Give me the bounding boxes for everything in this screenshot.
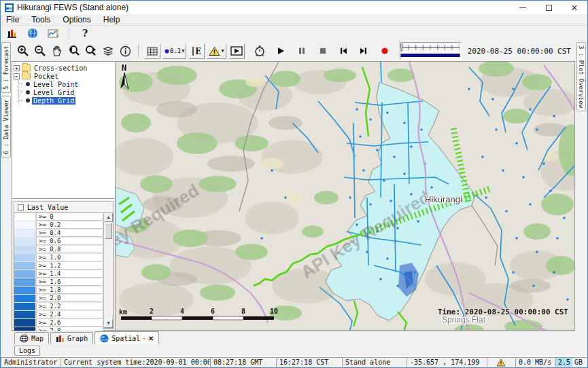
interval-dot-icon: [165, 49, 169, 54]
tab-restore-icon[interactable]: ▫: [143, 335, 145, 342]
wireframe-globe-icon: [20, 334, 29, 343]
tree-item-pocket[interactable]: − Pocket: [14, 72, 115, 80]
maximize-button[interactable]: [536, 1, 561, 14]
legend-swatch: [14, 295, 36, 302]
zoom-in-icon[interactable]: [16, 43, 31, 58]
pan-hand-icon[interactable]: [50, 43, 65, 58]
legend-swatch: [14, 238, 36, 245]
legend-row: >= 1.6: [14, 278, 103, 287]
scroll-down-icon[interactable]: ▼: [104, 319, 113, 328]
tab-spatial[interactable]: Spatial ▫ ✕: [94, 331, 159, 344]
stop-button[interactable]: [315, 43, 330, 58]
status-transfer-rate: 0.0 MB/s: [515, 357, 555, 367]
legend-row: >= 1.8: [14, 287, 103, 295]
legend-swatch: [14, 270, 36, 278]
explorer-bars-icon[interactable]: [5, 26, 20, 41]
tree-item-label: Pocket: [33, 73, 60, 80]
tab-graph[interactable]: Graph: [50, 332, 93, 344]
status-memory[interactable]: 2.5 GB: [555, 357, 587, 367]
legend-row: >= 1.4: [14, 270, 103, 278]
last-value-label: Last Value: [27, 204, 68, 211]
tab-plot-overview[interactable]: 3 : Plot Overview: [576, 42, 586, 111]
menu-options[interactable]: Options: [63, 15, 90, 24]
minimize-button[interactable]: [510, 1, 536, 14]
toolbar-separator: [69, 28, 69, 39]
tree-item-label-selected: Depth Grid: [32, 97, 75, 105]
legend-row: >= 0.8: [14, 246, 103, 254]
help-button[interactable]: ?: [77, 26, 92, 41]
node-bullet-icon: [26, 90, 30, 94]
map-toolbar: 0.1 ▼ E ▼: [12, 41, 575, 61]
timeseries-chart-icon[interactable]: [46, 26, 60, 41]
scroll-up-icon[interactable]: ▲: [104, 213, 113, 222]
last-value-checkbox[interactable]: [18, 204, 24, 210]
label-hikurangi: Hikurangi: [425, 194, 462, 204]
last-value-row[interactable]: Last Value: [14, 201, 114, 213]
layers-icon[interactable]: [101, 43, 116, 58]
legend-label: >= 1.8: [36, 287, 103, 294]
globe-map-icon[interactable]: [25, 26, 40, 41]
menu-file[interactable]: File: [6, 15, 19, 24]
map-canvas[interactable]: API Key Required API Key Required N Hiku…: [116, 61, 575, 331]
legend-swatch: [14, 262, 36, 270]
tree-item-level-grid[interactable]: Level Grid: [19, 88, 115, 96]
svg-text:6: 6: [211, 308, 215, 315]
legend-row: >= 0.6: [14, 238, 103, 246]
logs-button[interactable]: Logs: [14, 346, 40, 356]
stopwatch-icon[interactable]: [252, 43, 267, 58]
tree-item-label: Level Grid: [32, 89, 75, 96]
close-button[interactable]: ✕: [561, 1, 587, 14]
legend-scrollbar[interactable]: ▲ ▼: [103, 213, 113, 328]
title-bar: Hikurangi FEWS (Stand alone) ✕: [1, 1, 587, 14]
step-back-button[interactable]: [336, 43, 351, 58]
classification-button[interactable]: E: [188, 43, 205, 59]
filters-tree[interactable]: + Cross-section − Pocket Level Point: [12, 62, 115, 199]
animation-panel-button[interactable]: [228, 43, 245, 59]
warning-dropdown[interactable]: ▼: [207, 43, 226, 59]
time-slider-handle[interactable]: [400, 44, 402, 51]
zoom-previous-icon[interactable]: [67, 43, 82, 58]
collapse-icon[interactable]: −: [14, 73, 20, 79]
main-toolbar: ?: [1, 26, 587, 41]
scroll-thumb[interactable]: [105, 223, 112, 239]
menu-tools[interactable]: Tools: [31, 15, 50, 24]
bottom-tab-bar: Map Graph Spatial ▫ ✕: [12, 331, 575, 344]
status-gmt-time: 08:27:18 GMT: [210, 357, 276, 367]
step-forward-button[interactable]: [356, 43, 371, 58]
tab-data-viewer[interactable]: 6 : Data Viewer: [1, 96, 11, 158]
tree-item-cross-section[interactable]: + Cross-section: [14, 64, 115, 72]
legend-label: >= 1.0: [36, 254, 103, 261]
grid-display-button[interactable]: [144, 43, 160, 59]
minimize-icon: [519, 7, 526, 8]
legend-row: >= 2.2: [14, 303, 103, 311]
info-icon[interactable]: [118, 43, 133, 58]
tab-spatial-label: Spatial: [111, 335, 140, 342]
status-user: Administrator: [1, 357, 60, 367]
legend-label: >= 2.4: [36, 311, 103, 318]
status-coordinates: -35.657 , 174.199: [407, 357, 487, 367]
legend-swatch: [14, 287, 36, 294]
legend-label: >= 0.8: [36, 246, 103, 253]
window-title: Hikurangi FEWS (Stand alone): [17, 3, 128, 12]
time-slider[interactable]: [400, 42, 462, 60]
interval-dropdown[interactable]: 0.1 ▼: [162, 43, 186, 59]
tree-item-level-point[interactable]: Level Point: [19, 80, 115, 88]
svg-text:km: km: [119, 308, 127, 316]
play-button[interactable]: [273, 43, 288, 58]
tab-forecast[interactable]: 5 : Forecast: [1, 42, 11, 93]
tree-item-depth-grid[interactable]: Depth Grid: [19, 96, 115, 105]
status-warning-cell[interactable]: [487, 357, 515, 367]
pause-button[interactable]: [294, 43, 309, 58]
menu-help[interactable]: Help: [103, 15, 120, 24]
node-bullet-icon: [26, 98, 30, 103]
zoom-next-icon[interactable]: [84, 43, 99, 58]
legend-panel: Last Value >= 0 >= 0.2 >= 0.4 >= 0.6 >= …: [12, 199, 115, 330]
expand-icon[interactable]: +: [14, 65, 20, 71]
svg-text:4: 4: [180, 308, 184, 315]
tab-map[interactable]: Map: [14, 332, 49, 344]
legend-swatch: [14, 278, 36, 286]
tab-close-icon[interactable]: ✕: [148, 335, 154, 342]
zoom-out-icon[interactable]: [33, 43, 48, 58]
record-button[interactable]: [377, 43, 392, 58]
legend-swatch: [14, 303, 36, 310]
